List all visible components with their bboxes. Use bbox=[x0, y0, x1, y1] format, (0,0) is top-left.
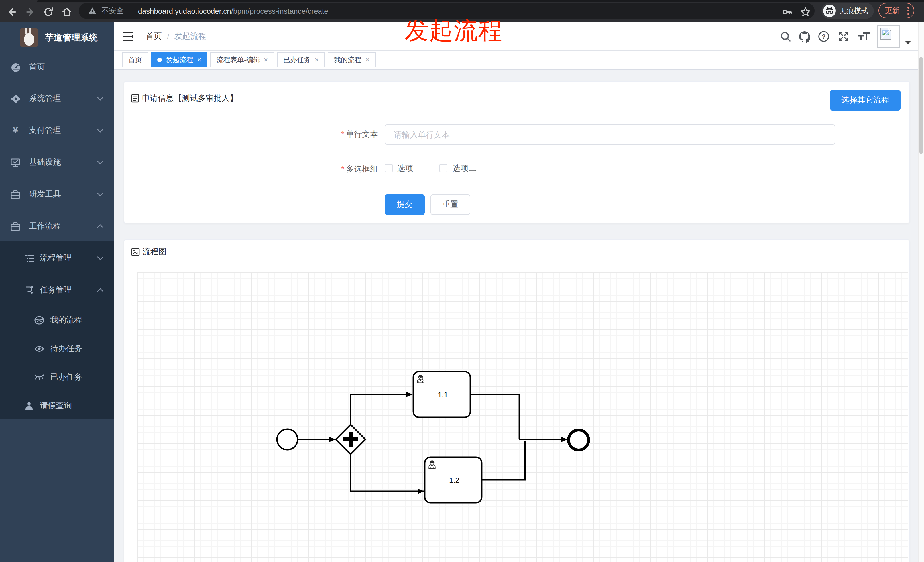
sidebar-item-payment[interactable]: ¥ 支付管理 bbox=[0, 115, 114, 147]
browser-active-tab[interactable] bbox=[0, 0, 38, 2]
tab-label: 我的流程 bbox=[334, 55, 362, 65]
sidebar-item-label: 工作流程 bbox=[29, 221, 61, 231]
sidebar-item-label: 我的流程 bbox=[50, 315, 82, 325]
view-tab-my-process[interactable]: 我的流程 × bbox=[328, 52, 376, 67]
submit-button[interactable]: 提交 bbox=[385, 194, 424, 215]
user-avatar[interactable] bbox=[877, 25, 900, 48]
sidebar-item-done-tasks[interactable]: 已办任务 bbox=[0, 363, 114, 391]
screen: 不安全 dashboard.yudao.iocoder.cn/bpm/proce… bbox=[0, 0, 924, 562]
node-link-icon bbox=[24, 285, 34, 295]
reload-icon bbox=[43, 6, 54, 18]
chevron-up-icon bbox=[97, 224, 104, 228]
star-icon bbox=[800, 6, 811, 18]
incognito-badge: 无痕模式 bbox=[821, 3, 874, 19]
process-diagram-card-header: 流程图 bbox=[124, 240, 909, 263]
sidebar-item-infrastructure[interactable]: 基础设施 bbox=[0, 147, 114, 178]
face-icon bbox=[34, 315, 45, 325]
broken-image-icon bbox=[879, 27, 892, 40]
avatar-dropdown-caret[interactable] bbox=[905, 41, 911, 45]
view-tab-form-edit[interactable]: 流程表单-编辑 × bbox=[210, 52, 274, 67]
checkbox-option-2[interactable] bbox=[440, 164, 447, 172]
github-icon bbox=[798, 30, 810, 42]
bpmn-canvas[interactable]: 1.1 1.2 bbox=[137, 273, 908, 562]
bpmn-user-task-1-2[interactable]: 1.2 bbox=[424, 457, 482, 503]
header-help-button[interactable]: ? bbox=[818, 30, 830, 43]
url-host: dashboard.yudao.iocoder.cn bbox=[138, 6, 231, 15]
chevron-down-icon bbox=[97, 256, 104, 260]
chevron-down-icon bbox=[97, 160, 104, 165]
card-header-divider bbox=[124, 115, 909, 115]
browser-reload-button[interactable] bbox=[42, 6, 55, 18]
forward-arrow-icon bbox=[24, 6, 36, 18]
password-key-button[interactable] bbox=[781, 6, 794, 18]
bpmn-diagram: 1.1 1.2 bbox=[137, 273, 908, 562]
view-tab-done-tasks[interactable]: 已办任务 × bbox=[277, 52, 325, 67]
chevron-up-icon bbox=[97, 288, 104, 292]
annotation-title: 发起流程 bbox=[405, 15, 503, 47]
sidebar-item-label: 支付管理 bbox=[29, 125, 61, 136]
process-diagram-title: 流程图 bbox=[142, 247, 166, 257]
security-label: 不安全 bbox=[102, 6, 124, 16]
chevron-down-icon bbox=[97, 129, 104, 132]
eye-icon bbox=[34, 344, 45, 354]
tab-close-icon[interactable]: × bbox=[315, 56, 319, 64]
bpmn-parallel-gateway[interactable] bbox=[336, 425, 365, 454]
browser-menu-icon[interactable] bbox=[908, 6, 909, 15]
monitor-icon bbox=[10, 157, 21, 168]
home-icon bbox=[61, 6, 72, 18]
single-line-text-input[interactable] bbox=[385, 124, 835, 145]
view-tab-start-process[interactable]: 发起流程 × bbox=[151, 52, 207, 67]
sidebar-collapse-button[interactable] bbox=[122, 30, 135, 43]
eye-off-icon bbox=[34, 372, 45, 382]
sidebar-item-leave-query[interactable]: 请假查询 bbox=[0, 391, 114, 420]
flow-task1-join bbox=[470, 394, 519, 439]
sidebar-item-label: 待办任务 bbox=[50, 344, 82, 354]
sidebar-item-my-process[interactable]: 我的流程 bbox=[0, 306, 114, 334]
view-tab-home[interactable]: 首页 bbox=[122, 52, 148, 67]
header-fontsize-button[interactable] bbox=[858, 30, 870, 43]
breadcrumb-current: 发起流程 bbox=[174, 31, 206, 41]
browser-forward-button[interactable] bbox=[24, 6, 36, 18]
sidebar-item-label: 任务管理 bbox=[40, 285, 72, 295]
sidebar-item-workflow[interactable]: 工作流程 bbox=[0, 210, 114, 242]
tab-close-icon[interactable]: × bbox=[264, 56, 268, 64]
sidebar-item-home[interactable]: 首页 bbox=[0, 51, 114, 83]
bookmark-star-button[interactable] bbox=[799, 6, 812, 18]
page-scrollbar-thumb[interactable] bbox=[920, 57, 923, 154]
sidebar-item-process-management[interactable]: 流程管理 bbox=[0, 242, 114, 274]
required-asterisk: * bbox=[341, 164, 344, 173]
sidebar-logo-row[interactable]: 芋道管理系统 bbox=[0, 22, 114, 54]
chevron-down-icon bbox=[97, 97, 104, 100]
sidebar-item-todo-tasks[interactable]: 待办任务 bbox=[0, 334, 114, 363]
tab-close-icon[interactable]: × bbox=[197, 56, 201, 64]
bpmn-end-event[interactable] bbox=[568, 430, 588, 450]
browser-update-button[interactable]: 更新 bbox=[878, 3, 914, 18]
breadcrumb-home[interactable]: 首页 bbox=[146, 31, 162, 41]
checkbox-option-1[interactable] bbox=[385, 164, 393, 172]
text-field-label: *单行文本 bbox=[292, 129, 378, 139]
bpmn-start-event[interactable] bbox=[277, 429, 297, 450]
sidebar-item-task-management[interactable]: 任务管理 bbox=[0, 274, 114, 306]
dashboard-icon bbox=[10, 62, 21, 72]
checkbox-group-label: *多选框组 bbox=[292, 164, 378, 174]
yen-icon: ¥ bbox=[10, 125, 21, 136]
checkbox-option-1-label[interactable]: 选项一 bbox=[397, 164, 421, 172]
sidebar-item-dev-tools[interactable]: 研发工具 bbox=[0, 178, 114, 210]
choose-other-process-button[interactable]: 选择其它流程 bbox=[830, 90, 901, 111]
incognito-icon bbox=[823, 4, 836, 17]
header-search-button[interactable] bbox=[779, 30, 792, 43]
browser-back-button[interactable] bbox=[6, 6, 18, 18]
breadcrumb-separator: / bbox=[167, 31, 169, 41]
sidebar-item-label: 首页 bbox=[29, 62, 45, 72]
header-github-button[interactable] bbox=[798, 30, 811, 43]
fullscreen-icon bbox=[838, 31, 849, 42]
bpmn-user-task-1-1[interactable]: 1.1 bbox=[413, 372, 470, 417]
sidebar-item-system[interactable]: 系统管理 bbox=[0, 82, 114, 115]
checkbox-option-2-label[interactable]: 选项二 bbox=[453, 164, 477, 172]
reset-button[interactable]: 重置 bbox=[430, 194, 470, 215]
browser-home-button[interactable] bbox=[60, 6, 73, 18]
sidebar-item-label: 已办任务 bbox=[50, 372, 82, 382]
tab-close-icon[interactable]: × bbox=[365, 56, 369, 64]
header-fullscreen-button[interactable] bbox=[837, 30, 850, 43]
sidebar-item-label: 基础设施 bbox=[29, 157, 61, 168]
